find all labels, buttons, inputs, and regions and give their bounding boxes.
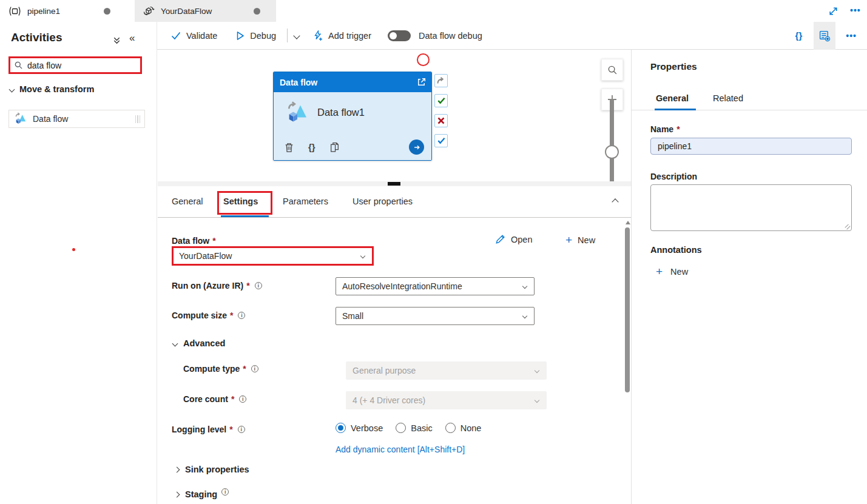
delete-activity-icon[interactable] bbox=[284, 142, 294, 153]
dataflow-activity-card[interactable]: Data flow Data flow1 bbox=[273, 72, 432, 161]
description-textarea[interactable] bbox=[650, 184, 852, 231]
sink-properties-section-header[interactable]: Sink properties bbox=[175, 465, 249, 474]
new-annotation-button[interactable]: + New bbox=[656, 266, 688, 277]
compute-type-value: General purpose bbox=[353, 366, 416, 375]
pencil-icon bbox=[495, 234, 505, 244]
on-skip-connector[interactable] bbox=[434, 74, 448, 87]
pipeline-name-input[interactable] bbox=[651, 138, 851, 154]
pipeline-name-field[interactable] bbox=[650, 138, 852, 155]
canvas-hscrollbar-thumb[interactable] bbox=[388, 182, 400, 186]
add-trigger-button[interactable]: Add trigger bbox=[313, 30, 371, 41]
run-on-select[interactable]: AutoResolveIntegrationRuntime bbox=[336, 277, 535, 295]
unsaved-dot bbox=[254, 8, 260, 15]
palette-item-data-flow[interactable]: Data flow bbox=[8, 110, 145, 128]
chevron-down-icon bbox=[522, 314, 527, 318]
code-view-icon[interactable]: {} bbox=[795, 30, 803, 41]
description-field-label: Description bbox=[650, 172, 697, 181]
canvas-hscrollbar[interactable] bbox=[158, 181, 631, 186]
data-flow-select[interactable]: YourDataFlow bbox=[172, 246, 374, 266]
expand-window-icon[interactable] bbox=[828, 5, 839, 17]
data-flow-field-label: Data flow* bbox=[172, 236, 216, 246]
toolbar-more-icon[interactable]: ••• bbox=[846, 31, 857, 41]
settings-pane: Data flow* YourDataFlow Open + New Run o… bbox=[158, 218, 631, 504]
validate-label: Validate bbox=[186, 31, 217, 41]
activity-card-body: Data flow1 bbox=[274, 92, 431, 133]
zoom-slider-track[interactable] bbox=[610, 99, 614, 185]
core-count-field-label: Core count* bbox=[183, 394, 246, 404]
on-completion-connector[interactable] bbox=[434, 134, 448, 147]
new-label: New bbox=[578, 235, 595, 245]
run-on-value: AutoResolveIntegrationRuntime bbox=[342, 281, 462, 291]
properties-panel: Properties General Related Name* Descrip… bbox=[631, 50, 867, 504]
tab-general[interactable]: General bbox=[172, 197, 203, 206]
debug-dropdown-chevron[interactable] bbox=[293, 32, 300, 39]
on-success-connector[interactable] bbox=[434, 94, 448, 107]
chevron-down-icon bbox=[535, 368, 539, 373]
tab-user-properties[interactable]: User properties bbox=[353, 197, 413, 206]
tab-yourdataflow[interactable]: YourDataFlow bbox=[135, 0, 276, 22]
data-flow-icon bbox=[14, 112, 27, 126]
properties-tab-general[interactable]: General bbox=[656, 93, 689, 103]
canvas-search-button[interactable] bbox=[601, 59, 623, 81]
plus-icon: + bbox=[565, 234, 572, 246]
window-more-icon[interactable]: ••• bbox=[850, 5, 861, 15]
tab-pipeline1-label: pipeline1 bbox=[27, 7, 60, 16]
clone-activity-icon[interactable] bbox=[329, 142, 340, 153]
settings-scrollbar-up[interactable] bbox=[626, 221, 630, 224]
core-count-value: 4 (+ 4 Driver cores) bbox=[353, 395, 425, 405]
advanced-section-header[interactable]: Advanced bbox=[173, 338, 225, 348]
staging-section-header[interactable]: Staging bbox=[175, 489, 229, 499]
compute-size-select[interactable]: Small bbox=[336, 307, 535, 325]
add-trigger-label: Add trigger bbox=[328, 31, 371, 41]
add-dynamic-content-link[interactable]: Add dynamic content [Alt+Shift+D] bbox=[336, 445, 465, 454]
zoom-slider-handle[interactable] bbox=[605, 145, 619, 159]
run-on-field-label: Run on (Azure IR)* bbox=[172, 281, 262, 291]
collapse-panel-icon[interactable]: « bbox=[129, 32, 135, 44]
activity-config-tabs: General Settings Parameters User propert… bbox=[158, 186, 631, 218]
properties-panel-toggle-icon[interactable] bbox=[814, 22, 835, 50]
annotations-label: Annotations bbox=[650, 245, 702, 255]
properties-tab-related[interactable]: Related bbox=[713, 93, 743, 103]
collapse-config-chevron[interactable] bbox=[612, 198, 618, 205]
radio-verbose[interactable]: Verbose bbox=[336, 423, 383, 433]
search-icon bbox=[14, 61, 23, 70]
active-tab-underline bbox=[221, 215, 269, 217]
info-icon bbox=[251, 365, 258, 372]
info-icon bbox=[239, 395, 246, 403]
drag-handle[interactable] bbox=[135, 115, 141, 123]
tab-yourdataflow-label: YourDataFlow bbox=[161, 7, 212, 16]
radio-none[interactable]: None bbox=[445, 423, 482, 433]
section-move-transform[interactable]: Move & transform bbox=[10, 84, 94, 94]
open-dataflow-button[interactable]: Open bbox=[495, 234, 532, 244]
tab-pipeline1[interactable]: pipeline1 bbox=[0, 0, 126, 22]
red-dot-artifact bbox=[72, 248, 75, 251]
chevron-down-icon bbox=[172, 340, 178, 346]
data-flow-icon bbox=[285, 101, 309, 125]
resize-handle[interactable] bbox=[843, 223, 850, 229]
on-failure-connector[interactable] bbox=[434, 114, 448, 127]
pipeline-toolbar: Validate Debug Add trigger Data flow deb… bbox=[157, 22, 867, 50]
chevron-down-icon bbox=[522, 284, 527, 289]
settings-tab-highlight bbox=[217, 191, 272, 215]
open-dataflow-icon[interactable] bbox=[416, 77, 427, 87]
chevron-down-icon bbox=[535, 398, 539, 403]
pipeline-canvas[interactable]: Data flow Data flow1 bbox=[158, 50, 631, 186]
info-icon bbox=[238, 426, 245, 433]
new-annotation-label: New bbox=[670, 267, 688, 277]
unsaved-dot bbox=[104, 8, 110, 15]
new-dataflow-button[interactable]: + New bbox=[565, 234, 595, 246]
validate-button[interactable]: Validate bbox=[171, 31, 217, 41]
tab-parameters[interactable]: Parameters bbox=[283, 197, 328, 206]
radio-basic[interactable]: Basic bbox=[396, 423, 432, 433]
activity-code-icon[interactable]: {} bbox=[308, 142, 315, 152]
add-next-activity-button[interactable] bbox=[409, 139, 424, 155]
debug-button[interactable]: Debug bbox=[236, 31, 276, 41]
collapse-all-icon[interactable] bbox=[112, 36, 121, 45]
info-icon bbox=[221, 488, 229, 496]
plus-icon: + bbox=[656, 266, 663, 277]
settings-scrollbar-thumb[interactable] bbox=[625, 227, 630, 392]
dataflow-debug-toggle[interactable] bbox=[388, 30, 411, 41]
annotation-circle bbox=[417, 53, 430, 66]
pipeline-icon bbox=[8, 6, 21, 16]
activities-search-input[interactable] bbox=[27, 61, 118, 70]
